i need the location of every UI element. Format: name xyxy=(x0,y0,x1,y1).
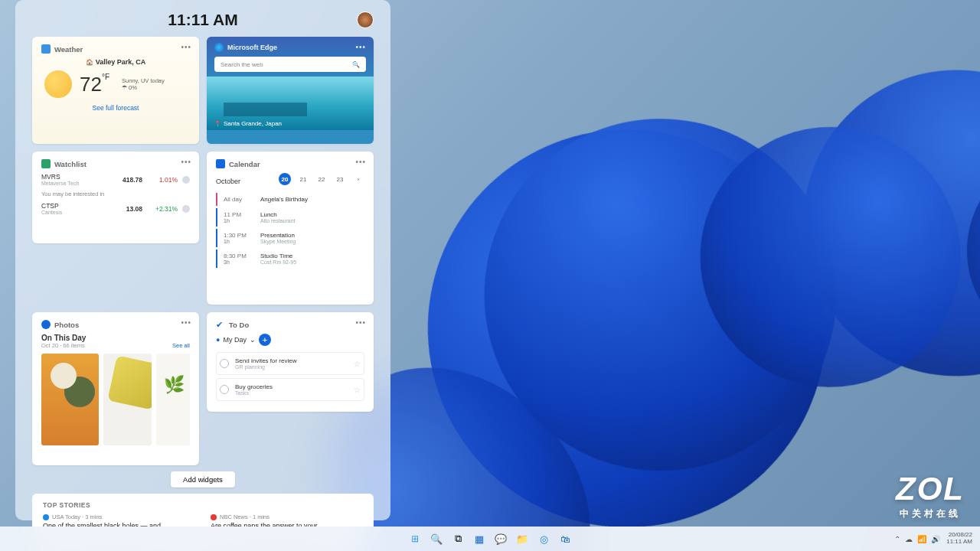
watchlist-title: Watchlist xyxy=(54,160,87,168)
weather-conditions: Sunny, UV today ☂ 0% xyxy=(122,77,165,91)
photos-title: Photos xyxy=(54,321,79,329)
widgets-clock: 11:11 AM xyxy=(168,11,237,29)
sun-icon xyxy=(44,70,72,98)
chat-button[interactable]: 💬 xyxy=(492,530,509,547)
calendar-event[interactable]: All day Angela's Birthday xyxy=(216,193,364,206)
todo-list-name[interactable]: My Day xyxy=(223,336,247,344)
volume-icon[interactable]: 🔊 xyxy=(931,535,940,543)
calendar-widget[interactable]: Calendar ••• October 20 21 22 23 › All d… xyxy=(207,152,374,305)
edge-more[interactable]: ••• xyxy=(355,43,366,51)
todo-checkbox[interactable] xyxy=(220,359,229,368)
task-view-button[interactable]: ⧉ xyxy=(449,530,466,547)
edge-button[interactable]: ◎ xyxy=(535,530,552,547)
taskbar-center: ⊞ 🔍 ⧉ ▦ 💬 📁 ◎ 🛍 xyxy=(407,530,573,547)
watchlist-hint: You may be interested in xyxy=(41,191,190,197)
photos-widget[interactable]: Photos ••• On This Day Oct 20 · 66 items… xyxy=(32,312,199,465)
photos-more[interactable]: ••• xyxy=(181,318,191,327)
edge-title: Microsoft Edge xyxy=(227,44,277,51)
watchlist-remove[interactable] xyxy=(182,176,190,184)
todo-add-button[interactable]: + xyxy=(259,334,271,346)
chevron-down-icon[interactable]: ⌄ xyxy=(250,336,256,344)
edge-icon xyxy=(214,43,224,52)
photos-icon xyxy=(41,320,51,329)
todo-title: To Do xyxy=(229,321,249,329)
calendar-event[interactable]: 8:30 PM3h Studio TimeCost Rm 92-95 xyxy=(216,249,364,268)
photos-meta: Oct 20 · 66 items xyxy=(41,342,85,349)
calendar-title: Calendar xyxy=(229,160,260,168)
search-button[interactable]: 🔍 xyxy=(428,530,445,547)
weather-more[interactable]: ••• xyxy=(181,43,191,51)
taskbar: ⊞ 🔍 ⧉ ▦ 💬 📁 ◎ 🛍 ⌃ ☁ 📶 🔊 20/08/22 11:11 A… xyxy=(0,527,980,551)
watchlist-row[interactable]: CTSPCantesis 13.08 +2.31% xyxy=(41,202,190,215)
photo-thumbnail[interactable] xyxy=(156,354,190,445)
calendar-event[interactable]: 11 PM1h LunchAlto restaurant xyxy=(216,208,364,227)
todo-more[interactable]: ••• xyxy=(355,318,366,327)
calendar-day[interactable]: 20 xyxy=(279,173,291,185)
todo-widget[interactable]: ✔ To Do ••• ● My Day ⌄ + Send invites fo… xyxy=(207,312,374,412)
todo-item[interactable]: Buy groceriesTasks ☆ xyxy=(216,378,364,401)
weather-forecast-link[interactable]: See full forecast xyxy=(41,104,190,112)
photo-thumbnail[interactable] xyxy=(41,354,99,445)
stocks-icon xyxy=(41,159,51,168)
wifi-icon[interactable]: 📶 xyxy=(917,535,926,543)
widgets-button[interactable]: ▦ xyxy=(471,530,488,547)
weather-temp: 72°F xyxy=(80,73,109,96)
add-widgets-button[interactable]: Add widgets xyxy=(171,471,235,487)
watchlist-widget[interactable]: Watchlist ••• MVRSMetaverse Tech 418.78 … xyxy=(32,152,199,243)
search-icon: 🔍 xyxy=(352,61,360,68)
edge-image[interactable]: Santa Grande, Japan xyxy=(207,77,374,130)
weather-icon xyxy=(41,44,51,54)
calendar-day[interactable]: 21 xyxy=(297,173,309,185)
calendar-more[interactable]: ••• xyxy=(355,158,366,166)
photos-see-all[interactable]: See all xyxy=(172,342,190,349)
photos-heading: On This Day xyxy=(41,334,190,342)
weather-widget[interactable]: Weather ••• Valley Park, CA 72°F Sunny, … xyxy=(32,37,199,144)
store-button[interactable]: 🛍 xyxy=(557,530,573,547)
watchlist-add[interactable] xyxy=(182,205,190,213)
calendar-day[interactable]: 22 xyxy=(315,173,328,185)
taskbar-clock[interactable]: 20/08/22 11:11 AM xyxy=(946,532,972,546)
widgets-panel: 11:11 AM Weather ••• Valley Park, CA 72°… xyxy=(15,0,390,520)
calendar-icon xyxy=(216,159,225,168)
start-button[interactable]: ⊞ xyxy=(407,530,423,547)
weather-location: Valley Park, CA xyxy=(41,58,190,66)
calendar-month[interactable]: October xyxy=(216,178,240,185)
todo-dot: ● xyxy=(216,336,220,344)
user-avatar[interactable] xyxy=(357,11,374,28)
explorer-button[interactable]: 📁 xyxy=(514,530,531,547)
star-icon[interactable]: ☆ xyxy=(354,360,361,368)
todo-item[interactable]: Send invites for reviewGR planning ☆ xyxy=(216,352,364,375)
system-tray[interactable]: ⌃ ☁ 📶 🔊 20/08/22 11:11 AM xyxy=(894,532,972,546)
edge-widget[interactable]: Microsoft Edge ••• Search the web 🔍 Sant… xyxy=(207,37,374,144)
widgets-header: 11:11 AM xyxy=(32,11,374,29)
photo-thumbnail[interactable] xyxy=(103,354,152,445)
onedrive-icon[interactable]: ☁ xyxy=(905,535,913,543)
watchlist-more[interactable]: ••• xyxy=(181,158,191,166)
todo-checkbox[interactable] xyxy=(220,385,229,394)
calendar-day[interactable]: 23 xyxy=(334,173,346,185)
tray-chevron-icon[interactable]: ⌃ xyxy=(894,535,900,543)
todo-icon: ✔ xyxy=(216,320,225,329)
calendar-event[interactable]: 1:30 PM1h PresentationSkype Meeting xyxy=(216,229,364,247)
weather-title: Weather xyxy=(54,45,83,54)
edge-search-input[interactable]: Search the web 🔍 xyxy=(214,57,366,72)
zol-watermark: ZOL 中关村在线 xyxy=(896,471,965,520)
watchlist-row[interactable]: MVRSMetaverse Tech 418.78 1.01% xyxy=(41,173,190,186)
star-icon[interactable]: ☆ xyxy=(354,386,361,394)
top-stories-header: TOP STORIES xyxy=(43,501,363,509)
calendar-next[interactable]: › xyxy=(352,173,364,185)
edge-caption: Santa Grande, Japan xyxy=(214,120,282,127)
